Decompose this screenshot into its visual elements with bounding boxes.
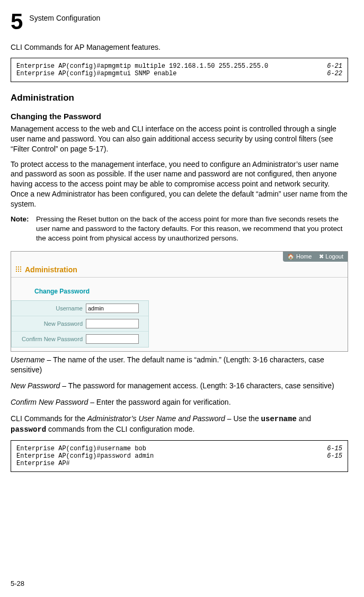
home-link[interactable]: 🏠 Home xyxy=(287,253,312,260)
screenshot-subtitle: Change Password xyxy=(34,288,90,295)
form-row-new-password: New Password xyxy=(12,316,148,332)
confirm-password-term: Confirm New Password xyxy=(11,398,88,406)
username-input[interactable] xyxy=(86,304,139,313)
cli-commands: Enterprise AP(config)#apmgmtip multiple … xyxy=(16,63,268,77)
username-description: Username – The name of the user. The def… xyxy=(11,355,348,375)
new-password-term: New Password xyxy=(11,381,60,390)
confirm-password-input[interactable] xyxy=(86,334,139,344)
new-password-description: New Password – The password for manageme… xyxy=(11,381,348,391)
paragraph-1: Management access to the web and CLI int… xyxy=(11,124,348,154)
form-row-confirm-password: Confirm New Password xyxy=(12,332,148,347)
page-header: 5 System Configuration xyxy=(11,11,348,33)
cli-block-2: Enterprise AP(config)#username bob Enter… xyxy=(11,440,348,472)
username-label: Username xyxy=(12,305,86,311)
paragraph-2: To protect access to the management inte… xyxy=(11,159,348,209)
subsection-heading-password: Changing the Password xyxy=(11,112,348,121)
username-term: Username xyxy=(11,355,45,364)
form-row-username: Username xyxy=(12,301,148,316)
password-form: Username New Password Confirm New Passwo… xyxy=(11,300,149,347)
note-label: Note: xyxy=(11,215,36,244)
screenshot-divider xyxy=(11,277,348,278)
cli-commands-2: Enterprise AP(config)#username bob Enter… xyxy=(16,445,154,467)
chapter-number: 5 xyxy=(11,11,23,33)
section-heading-administration: Administration xyxy=(11,93,348,103)
admin-screenshot: 🏠 Home ✖ Logout Administration Change Pa… xyxy=(11,251,348,352)
screenshot-title: Administration xyxy=(25,265,77,274)
grip-icon xyxy=(15,266,22,272)
cli-page-refs: 6-21 6-22 xyxy=(327,63,342,77)
cli-intro-1: CLI Commands for AP Management features. xyxy=(11,42,348,52)
cli-page-refs-2: 6-15 6-15 xyxy=(327,445,342,467)
new-password-input[interactable] xyxy=(86,319,139,328)
note-text: Pressing the Reset button on the back of… xyxy=(36,215,348,244)
chapter-title: System Configuration xyxy=(29,14,100,22)
screenshot-topbar: 🏠 Home ✖ Logout xyxy=(283,252,348,262)
cli-block-1: Enterprise AP(config)#apmgmtip multiple … xyxy=(11,58,348,82)
new-password-label: New Password xyxy=(12,320,86,327)
cli-intro-2: CLI Commands for the Administrator’s Use… xyxy=(11,414,348,435)
logout-link[interactable]: ✖ Logout xyxy=(319,253,343,260)
confirm-password-label: Confirm New Password xyxy=(12,336,86,342)
page-number: 5-28 xyxy=(11,580,24,587)
confirm-password-description: Confirm New Password – Enter the passwor… xyxy=(11,397,348,407)
note-block: Note: Pressing the Reset button on the b… xyxy=(11,215,348,244)
